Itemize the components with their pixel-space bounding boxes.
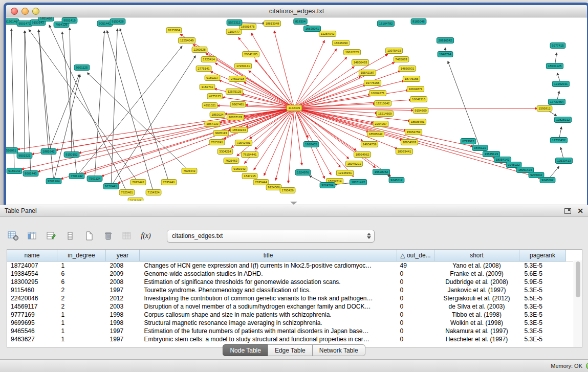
close-panel-icon[interactable]: ✕ [577, 207, 583, 214]
graph-node-label: 1795426 [281, 189, 294, 192]
table-scrollbar[interactable] [574, 260, 582, 347]
table-row[interactable]: 1938455462009Genome-wide association stu… [7, 270, 573, 278]
graph-node-label: 18954962 [356, 153, 369, 156]
table-cell: 9465546 [7, 327, 57, 335]
table-row[interactable]: 946554611997Estimation of the future num… [7, 327, 573, 335]
graph-edge [448, 61, 480, 148]
graph-node-label: 6793912 [462, 140, 474, 143]
graph-node-label: 7635443 [183, 169, 195, 172]
graph-edge [17, 108, 294, 149]
panel-actions: ✕ [564, 207, 583, 214]
graph-node-label: 7625461 [121, 191, 133, 194]
table-row[interactable]: 969969511998Structural magnetic resonanc… [7, 319, 573, 327]
table-tabs: Node TableEdge TableNetwork Table [0, 344, 588, 356]
table-row[interactable]: 2242004622012Investigating the contribut… [7, 294, 573, 302]
column-header-title[interactable]: title [140, 250, 397, 261]
delete-table-icon[interactable] [102, 230, 114, 242]
import-table-icon[interactable] [121, 230, 133, 242]
network-view[interactable]: 1172409812580412254049226052817254142775… [6, 17, 582, 201]
table-cell: 0 [397, 302, 434, 311]
table-row[interactable]: 1872400712008Changes of HCN gene express… [7, 261, 573, 270]
graph-node-label: 12254049 [180, 39, 194, 42]
window-zoom-button[interactable] [32, 8, 39, 15]
graph-node-label: 9150428 [112, 20, 124, 23]
graph-node-label: 17730452 [552, 139, 566, 142]
column-header-pagerank[interactable]: pagerank [519, 250, 566, 261]
graph-node-label: 9907481 [232, 103, 244, 106]
graph-node-label: 12575125 [228, 90, 242, 93]
window-close-button[interactable] [11, 8, 18, 15]
graph-node-label: 7635444 [255, 181, 267, 184]
table-cell: 1997 [106, 335, 140, 343]
table-cell-filler [566, 294, 574, 302]
graph-node-label: 9501521 [18, 154, 31, 157]
node-table-grid: namein_degreeyeartitle△ out_de...shortpa… [7, 250, 573, 343]
table-source-dropdown[interactable]: citations_edges.txt [167, 230, 375, 243]
graph-node-label: 16901475 [241, 25, 255, 28]
table-cell: 1 [57, 335, 106, 343]
graph-node-label: 18505043 [369, 133, 383, 136]
table-cell: 18724007 [7, 261, 57, 270]
table-cell: 0 [397, 278, 434, 286]
tab-network-table[interactable]: Network Table [312, 344, 365, 356]
graph-node-label: 19528352 [375, 170, 388, 173]
table-cell: 1 [57, 319, 106, 327]
graph-node-label: 4275125 [209, 95, 221, 98]
graph-node-label: 1172409 [289, 106, 301, 110]
tab-edge-table[interactable]: Edge Table [268, 344, 313, 356]
table-cell: 5.9E-5 [519, 278, 566, 286]
show-columns-icon[interactable] [26, 230, 38, 242]
table-row[interactable]: 911546021997Tourette syndrome. Phenomeno… [7, 286, 573, 294]
table-cell: Embryonic stem cells: a model to study s… [140, 335, 397, 343]
graph-node-label: 9051442 [99, 22, 111, 25]
graph-node-label: 9501419 [63, 19, 76, 22]
create-column-icon[interactable] [45, 230, 57, 242]
graph-node-label: 15049231 [347, 162, 361, 165]
table-cell-filler [566, 311, 574, 319]
graph-edge [294, 85, 366, 108]
tab-node-table[interactable]: Node Table [223, 344, 268, 356]
column-header-short[interactable]: short [434, 250, 519, 261]
scrollbar-thumb[interactable] [576, 261, 580, 297]
graph-node-label: 9150142 [8, 169, 20, 172]
table-cell-filler [566, 270, 574, 278]
graph-node-label: 9245062 [541, 179, 554, 182]
table-row[interactable]: 977716911998Corpus callosum shape and si… [7, 311, 573, 319]
column-header-year[interactable]: year [106, 250, 140, 261]
graph-node-label: 30367133 [229, 116, 243, 119]
table-cell: 5.3E-5 [519, 286, 566, 294]
window-minimize-button[interactable] [21, 8, 29, 15]
graph-edge [111, 56, 195, 186]
table-cell: 2008 [106, 261, 140, 270]
row-height-icon[interactable] [64, 230, 76, 242]
table-row[interactable]: 1830029562008Estimation of significance … [7, 278, 573, 286]
graph-node-label: 9150152 [66, 153, 78, 156]
graph-canvas[interactable]: 1172409812580412254049226052817254142775… [6, 17, 582, 201]
column-header-in_degree[interactable]: in_degree [57, 250, 106, 261]
table-cell: 0 [397, 270, 434, 278]
graph-node-label: 7154324 [147, 191, 160, 194]
table-row[interactable]: 1456911722003Disruption of a novel membe… [7, 302, 573, 311]
table-cell: 6 [57, 270, 106, 278]
table-mode-icon[interactable] [7, 230, 19, 242]
column-header-out_degree[interactable]: △ out_de... [397, 250, 434, 261]
table-row[interactable]: 946362711997Embryonic stem cells: a mode… [7, 335, 573, 343]
graph-node-label: 7635441 [163, 181, 175, 184]
graph-node-label: 7954126 [55, 23, 68, 26]
graph-node-label: 18051424 [518, 168, 532, 171]
function-builder-icon[interactable]: f(x) [140, 230, 152, 242]
graph-node-label: 1851420 [40, 17, 52, 20]
table-cell: de Silva et al. (2003) [434, 302, 519, 311]
table-cell: 2 [57, 302, 106, 311]
new-table-icon[interactable] [83, 230, 95, 242]
column-header-name[interactable]: name [7, 250, 57, 261]
table-cell: 2009 [106, 270, 140, 278]
graph-node-label: 9150342 [233, 167, 246, 170]
graph-node-label: 19612705 [345, 51, 359, 54]
float-panel-icon[interactable] [564, 208, 571, 214]
graph-node-label: 9905113 [215, 132, 228, 135]
network-window-titlebar[interactable]: citations_edges.txt [6, 5, 587, 17]
graph-node-label: 27511418 [231, 77, 245, 80]
table-cell-filler [566, 286, 574, 294]
table-cell-filler [566, 278, 574, 286]
